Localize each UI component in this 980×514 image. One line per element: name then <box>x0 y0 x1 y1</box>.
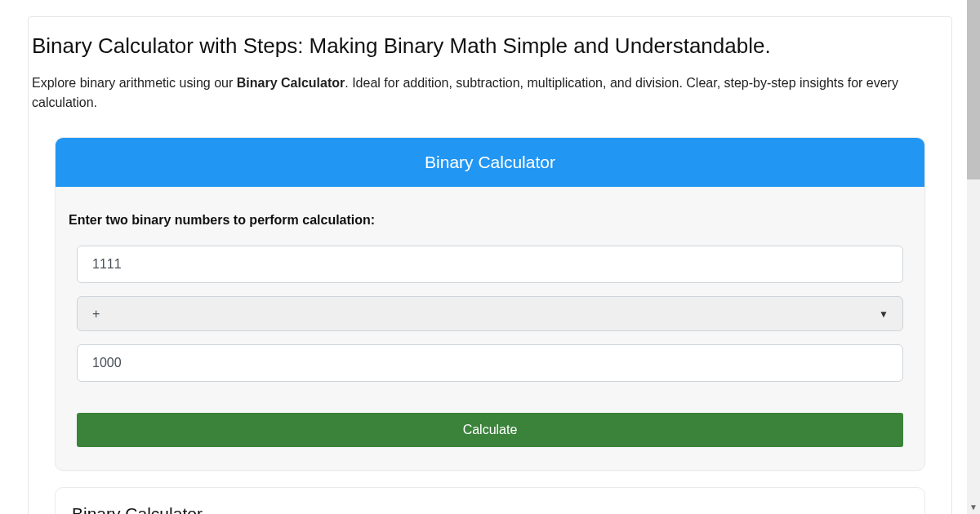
main-content-card: Binary Calculator with Steps: Making Bin… <box>28 16 952 514</box>
binary-input-1[interactable] <box>77 246 903 283</box>
calculator-body: Enter two binary numbers to perform calc… <box>56 187 924 470</box>
subtitle-prefix: Explore binary arithmetic using our <box>32 76 237 90</box>
binary-input-2[interactable] <box>77 344 903 382</box>
result-title: Binary Calculator <box>72 504 908 514</box>
calculate-button[interactable]: Calculate <box>77 413 903 447</box>
result-card: Binary Calculator <box>55 487 925 514</box>
scrollbar-track[interactable]: ▲ ▼ <box>967 0 980 514</box>
calculator-card: Binary Calculator Enter two binary numbe… <box>55 137 925 471</box>
operator-select[interactable]: + <box>77 296 903 331</box>
input2-group <box>69 344 911 395</box>
subtitle-bold: Binary Calculator <box>237 76 345 90</box>
calculator-header: Binary Calculator <box>56 138 924 187</box>
scrollbar-thumb[interactable] <box>967 0 980 179</box>
calculator-instruction: Enter two binary numbers to perform calc… <box>69 202 911 246</box>
page-title: Binary Calculator with Steps: Making Bin… <box>29 30 951 70</box>
page-subtitle: Explore binary arithmetic using our Bina… <box>29 70 951 129</box>
operator-group: + ▼ <box>69 296 911 344</box>
input1-group <box>69 246 911 296</box>
scroll-down-icon[interactable]: ▼ <box>967 501 980 514</box>
